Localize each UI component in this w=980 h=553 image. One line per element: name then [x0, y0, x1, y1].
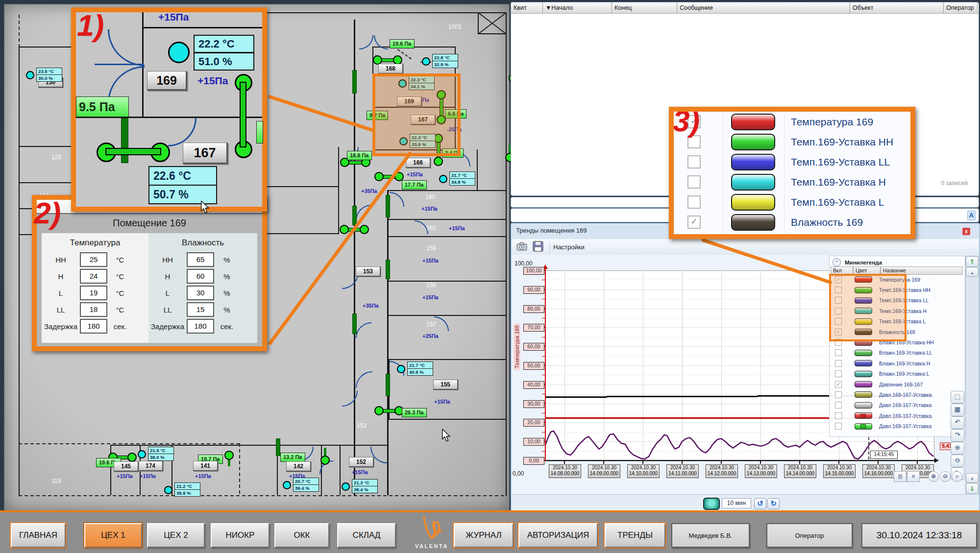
room-152-button[interactable]: 152	[349, 457, 374, 467]
undo-button[interactable]: ↶	[951, 416, 964, 429]
legend-row[interactable]: Влажн.169-Уставка L	[831, 369, 964, 379]
font-button[interactable]: А	[967, 211, 976, 220]
legend-row[interactable]: Давл.169-167-Уставка	[831, 410, 964, 421]
room-155-button[interactable]: 155	[433, 380, 458, 390]
legend-row[interactable]: Влажн.169-Уставка HH	[674, 232, 910, 239]
temperature-setpoint-input[interactable]: 24	[80, 269, 107, 284]
collapse-legend-button[interactable]: ^	[833, 258, 841, 266]
room-153-button[interactable]: 153	[356, 266, 381, 277]
sensor-circle-icon[interactable]	[26, 71, 34, 79]
journal-column-Конец[interactable]: Конец	[612, 2, 677, 13]
legend-row[interactable]: ✓Температура 169	[674, 112, 910, 132]
temperature-setpoint-input[interactable]: 19	[80, 286, 107, 300]
series-checkbox[interactable]	[687, 236, 701, 239]
table-button[interactable]: ▦	[951, 404, 964, 416]
nav-button-ЖУРНАЛ[interactable]: ЖУРНАЛ	[454, 523, 514, 548]
nav-button-АВТОРИЗАЦИЯ[interactable]: АВТОРИЗАЦИЯ	[518, 523, 598, 548]
room-142-button[interactable]: 142	[286, 461, 311, 472]
scroll-down-button[interactable]: ▼	[966, 473, 979, 483]
series-checkbox[interactable]	[835, 423, 842, 430]
sensor-circle-icon[interactable]	[342, 482, 350, 491]
zoom-out-button[interactable]: ⊖	[940, 471, 951, 482]
temperature-setpoint-input[interactable]: 18	[80, 302, 107, 317]
list-view-button[interactable]: ≡	[907, 471, 920, 482]
legend-row[interactable]: Давл.169-167-Уставка	[831, 421, 964, 431]
settings-button[interactable]: Настройки	[553, 243, 585, 251]
series-checkbox[interactable]	[835, 391, 842, 398]
sensor-circle-icon[interactable]	[397, 365, 405, 373]
room-141-button[interactable]: 141	[193, 461, 218, 471]
series-checkbox[interactable]: ✓	[687, 216, 701, 229]
search-button[interactable]: ⌕	[952, 471, 962, 482]
room-168-button[interactable]: 168	[378, 64, 403, 74]
sensor-circle-icon[interactable]	[164, 486, 172, 494]
humidity-setpoint-input[interactable]: 60	[187, 269, 214, 284]
redo-range-button[interactable]: ↻	[767, 498, 780, 509]
sensor-circle-icon[interactable]	[138, 450, 146, 458]
time-range-button[interactable]	[703, 498, 720, 510]
sensor-circle-icon[interactable]	[283, 481, 291, 489]
door-strip	[386, 195, 390, 217]
legend-scrollbar[interactable]	[965, 256, 979, 495]
series-checkbox[interactable]	[835, 402, 842, 409]
histogram-view-button[interactable]: |||	[894, 471, 906, 482]
legend-row[interactable]: ✓Влажность 169	[674, 212, 910, 232]
room-174-button[interactable]: 174	[138, 461, 163, 471]
legend-row[interactable]: Влажн.169-Уставка LL	[831, 348, 964, 358]
zoom-in-button[interactable]: ⊕	[951, 442, 964, 455]
journal-column-Объект[interactable]: Объект	[850, 2, 944, 13]
nav-button-ЦЕХ 1[interactable]: ЦЕХ 1	[84, 523, 142, 548]
zoom-out-button[interactable]: ⊖	[951, 455, 964, 467]
room-167-button[interactable]: 167	[183, 143, 228, 164]
zoom-in-button[interactable]: ⊕	[928, 471, 939, 482]
nav-button-СКЛАД[interactable]: СКЛАД	[337, 523, 396, 548]
legend-row[interactable]: Темп.169-Уставка LL	[674, 152, 910, 172]
snapshot-button[interactable]	[516, 241, 529, 253]
room-145-button[interactable]: 145	[114, 461, 139, 472]
series-checkbox[interactable]	[687, 175, 701, 189]
legend-row[interactable]: Темп.169-Уставка L	[674, 192, 910, 212]
humidity-setpoint-input[interactable]: 180	[187, 319, 214, 334]
series-checkbox[interactable]	[835, 349, 842, 356]
select-area-button[interactable]: ⬚	[951, 391, 964, 404]
scroll-up-button[interactable]: ▲	[966, 267, 979, 277]
humidity-setpoint-input[interactable]: 15	[187, 302, 214, 317]
journal-column-Сообщение[interactable]: Сообщение	[677, 2, 850, 13]
journal-column-Оператор[interactable]: Оператор	[944, 2, 978, 13]
legend-row[interactable]: Давл.169-167-Уставка	[831, 389, 964, 400]
nav-button-НИОКР[interactable]: НИОКР	[211, 523, 270, 548]
series-checkbox[interactable]	[835, 370, 842, 377]
legend-row[interactable]: Давл.169-167-Уставка	[831, 400, 964, 410]
sensor-circle-icon[interactable]	[422, 57, 430, 66]
humidity-setpoint-input[interactable]: 65	[187, 252, 214, 267]
series-checkbox[interactable]	[835, 412, 842, 419]
room-166-button[interactable]: 166	[406, 158, 431, 168]
temperature-setpoint-input[interactable]: 180	[80, 319, 107, 334]
legend-row[interactable]: ✓Давление 169-167	[831, 379, 964, 389]
scroll-bottom-button[interactable]: ⇓	[966, 483, 979, 494]
journal-column-Начало[interactable]: ▼Начало	[543, 2, 612, 13]
series-checkbox[interactable]	[687, 195, 701, 209]
scroll-top-button[interactable]: ⇑	[966, 256, 979, 267]
temperature-setpoint-input[interactable]: 25	[80, 252, 107, 267]
humidity-setpoint-input[interactable]: 30	[187, 286, 214, 300]
nav-button-ТРЕНДЫ[interactable]: ТРЕНДЫ	[605, 523, 665, 548]
legend-row[interactable]: Темп.169-Уставка HH	[674, 132, 910, 152]
nav-button-ОКК[interactable]: ОКК	[274, 523, 329, 548]
redo-button[interactable]: ↷	[951, 429, 964, 442]
sensor-circle-icon[interactable]	[439, 175, 447, 183]
series-checkbox[interactable]	[687, 155, 701, 168]
series-checkbox[interactable]	[835, 360, 842, 367]
trends-close-button[interactable]: x	[962, 228, 970, 235]
sensor-circle-icon[interactable]	[168, 42, 190, 63]
undo-range-button[interactable]: ↺	[754, 498, 766, 509]
save-button[interactable]	[533, 241, 545, 253]
nav-button-ЦЕХ 2[interactable]: ЦЕХ 2	[147, 523, 205, 548]
legend-row[interactable]: Темп.169-Уставка H	[674, 172, 910, 192]
legend-row[interactable]: Влажн.169-Уставка H	[831, 358, 964, 368]
door-arc-icon	[390, 192, 404, 207]
series-checkbox[interactable]: ✓	[835, 381, 842, 388]
journal-column-Квит[interactable]: Квит	[511, 2, 543, 13]
nav-button-ГЛАВНАЯ[interactable]: ГЛАВНАЯ	[11, 523, 66, 548]
room-169-button[interactable]: 169	[147, 71, 187, 91]
